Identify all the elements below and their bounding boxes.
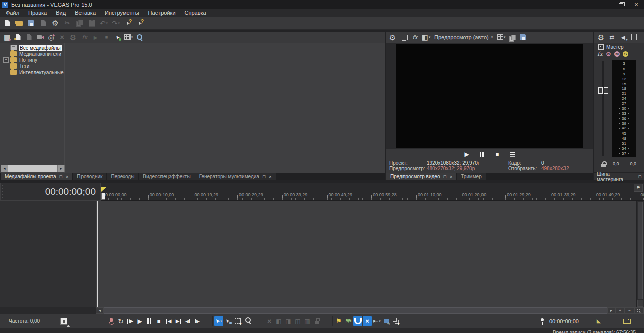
loop-playback-button[interactable] — [116, 316, 125, 326]
restore-button[interactable] — [614, 0, 629, 9]
capture-video-icon[interactable] — [35, 33, 45, 42]
project-properties-icon[interactable] — [50, 18, 60, 28]
float-window-icon[interactable]: □ — [443, 174, 446, 179]
lock-event-button[interactable] — [312, 316, 321, 326]
save-project-icon[interactable] — [26, 18, 36, 28]
master-fader-handle[interactable] — [598, 87, 608, 94]
open-project-icon[interactable] — [14, 18, 24, 28]
loop-region-icon[interactable] — [622, 316, 632, 326]
play-from-start-button[interactable] — [126, 316, 135, 326]
redo-icon[interactable]: ▾ — [111, 18, 121, 28]
slip-trim-button[interactable] — [293, 316, 302, 326]
preview-project-properties-icon[interactable] — [388, 33, 397, 42]
play-button[interactable] — [135, 316, 144, 326]
close-icon[interactable]: × — [269, 174, 271, 179]
get-photo-icon[interactable] — [24, 33, 34, 42]
timeline-vscrollbar[interactable] — [636, 201, 644, 307]
start-preview-icon[interactable] — [91, 33, 100, 42]
chevron-down-icon[interactable]: ▾ — [379, 319, 381, 323]
loop-end-marker-icon[interactable] — [594, 316, 604, 326]
external-monitor-icon[interactable] — [399, 33, 409, 42]
pause-button[interactable] — [145, 316, 154, 326]
trim-start-button[interactable] — [274, 316, 283, 326]
playhead-line[interactable] — [97, 201, 98, 307]
preview-play-button[interactable] — [462, 150, 472, 159]
project-media-list-icon[interactable] — [2, 33, 12, 42]
tab-media-generators[interactable]: Генераторы мультимедиа □ × — [195, 173, 276, 180]
master-level-meter[interactable]: 36912151821242730333639424548515457 — [612, 60, 636, 157]
menu-item[interactable]: Вид — [51, 9, 70, 17]
overlays-grid-icon[interactable]: ▾ — [496, 33, 506, 42]
split-screen-view-icon[interactable]: ▾ — [421, 33, 431, 42]
preview-pause-button[interactable] — [477, 150, 487, 159]
timeline-hscrollbar[interactable]: ◂ ▸ + − — [96, 307, 644, 314]
fader-lock-icon[interactable] — [601, 161, 607, 167]
automation-settings-icon[interactable] — [605, 51, 612, 57]
scroll-left-icon[interactable]: ◂ — [96, 307, 104, 314]
go-to-end-button[interactable] — [174, 316, 183, 326]
cursor-timecode[interactable]: 00:00:00;00 — [549, 318, 579, 324]
video-output-fx-icon[interactable] — [410, 33, 420, 42]
tab-explorer[interactable]: Проводник — [73, 173, 106, 180]
auto-preview-icon[interactable] — [113, 33, 122, 42]
paste-icon[interactable] — [87, 18, 97, 28]
rate-slider[interactable] — [38, 321, 92, 321]
next-frame-button[interactable] — [193, 316, 202, 326]
scroll-right-icon[interactable]: ▸ — [607, 307, 615, 314]
scrollbar-thumb[interactable] — [104, 307, 607, 314]
bus-properties-icon[interactable] — [596, 33, 606, 42]
auto-ripple-button[interactable]: ▾ — [372, 316, 381, 326]
tree-item-smart-bins[interactable]: Интеллектуальные нак — [0, 69, 64, 75]
media-fx-icon[interactable] — [79, 33, 89, 42]
ignore-grouping-button[interactable] — [391, 316, 400, 326]
slide-trim-button[interactable] — [303, 316, 312, 326]
mute-icon[interactable]: M — [613, 51, 621, 57]
new-project-icon[interactable] — [2, 18, 12, 28]
enable-snapping-button[interactable] — [353, 316, 362, 326]
undo-icon[interactable]: ▾ — [99, 18, 109, 28]
envelope-edit-tool-button[interactable] — [224, 316, 233, 326]
scrollbar-thumb[interactable] — [8, 165, 58, 172]
marker-tool-button[interactable]: ⚑ — [634, 184, 643, 192]
chevron-down-icon[interactable]: ▾ — [131, 35, 133, 39]
rate-slider-handle[interactable] — [60, 318, 67, 325]
zoom-out-button[interactable]: − — [625, 307, 634, 314]
menu-item[interactable]: Инструменты — [100, 9, 144, 17]
insert-marker-button[interactable] — [334, 316, 343, 326]
chevron-down-icon[interactable]: ▾ — [429, 35, 431, 39]
mixer-icon[interactable] — [629, 33, 639, 42]
preview-options-button[interactable] — [507, 150, 517, 159]
menu-item[interactable]: Файл — [1, 9, 24, 17]
tree-item-tags[interactable]: Теги — [0, 63, 64, 69]
media-tree-hscrollbar[interactable]: ◂ ▸ — [1, 165, 65, 172]
tree-item-all-media[interactable]: Все медиафайлы — [0, 45, 64, 51]
remove-from-project-icon[interactable] — [57, 33, 67, 42]
cursor-position-display[interactable]: 00:00:00;00 — [0, 183, 101, 201]
go-to-start-button[interactable] — [164, 316, 173, 326]
time-ruler[interactable]: ⚑ 0:00:00;0000:00:10;0000:00:19;2900:00:… — [101, 183, 644, 201]
chevron-down-icon[interactable]: ▾ — [118, 21, 120, 25]
normal-edit-tool-button[interactable]: ▾ — [214, 316, 223, 326]
stop-preview-icon[interactable] — [102, 33, 111, 42]
search-media-icon[interactable] — [135, 33, 144, 42]
close-button[interactable]: × — [629, 0, 644, 9]
scroll-down-button[interactable] — [637, 300, 643, 307]
trim-end-button[interactable] — [284, 316, 293, 326]
interactive-tutorials-icon[interactable] — [123, 18, 133, 28]
tab-project-media[interactable]: Медиафайлы проекта □ × — [1, 173, 72, 180]
record-button[interactable] — [107, 316, 116, 326]
media-properties-icon[interactable] — [68, 33, 78, 42]
import-media-icon[interactable] — [13, 33, 23, 42]
previous-frame-button[interactable] — [183, 316, 192, 326]
tab-transitions[interactable]: Переходы — [107, 173, 138, 180]
menu-item[interactable]: Вставка — [70, 9, 100, 17]
copy-snapshot-icon[interactable] — [507, 33, 517, 42]
cut-icon[interactable] — [62, 18, 72, 28]
lock-envelopes-button[interactable] — [382, 316, 391, 326]
float-window-icon[interactable]: □ — [263, 174, 265, 179]
render-as-icon[interactable] — [38, 18, 48, 28]
zoom-in-button[interactable]: + — [615, 307, 625, 314]
track-list-area[interactable] — [0, 201, 96, 307]
minimize-button[interactable] — [599, 0, 614, 9]
whats-this-help-icon[interactable] — [135, 18, 145, 28]
